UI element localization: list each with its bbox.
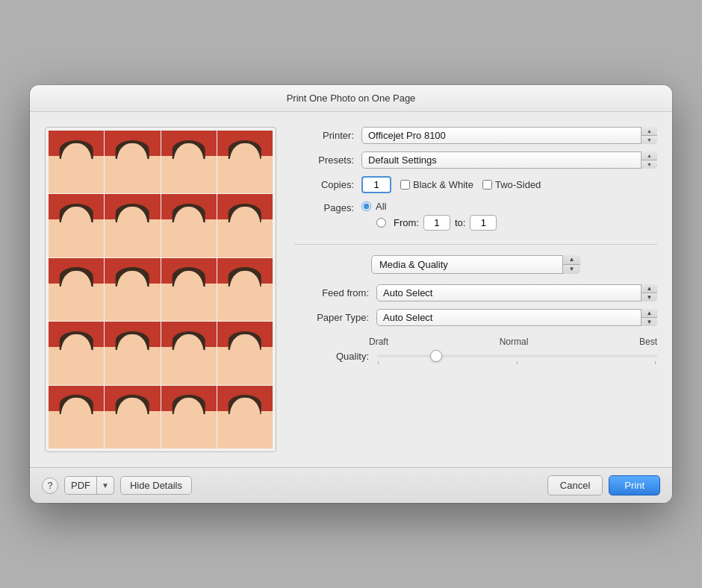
quality-draft-label: Draft <box>369 337 388 347</box>
copies-row: Copies: Black & White Two-Sided <box>294 176 657 193</box>
photo-cell <box>161 258 217 321</box>
pdf-label: PDF <box>65 477 97 494</box>
all-label: All <box>376 201 386 212</box>
print-button[interactable]: Print <box>609 475 660 495</box>
presets-label: Presets: <box>294 154 354 166</box>
photo-cell <box>49 194 104 257</box>
quality-tick <box>517 361 518 364</box>
pages-section: All From: to: <box>361 201 497 231</box>
two-sided-checkbox-label[interactable]: Two-Sided <box>482 179 541 190</box>
quality-labels: Draft Normal Best <box>294 337 657 348</box>
print-dialog: Print One Photo on One Page <box>30 85 672 503</box>
divider <box>294 244 657 245</box>
quality-label: Quality: <box>294 351 369 362</box>
photo-cell <box>217 322 273 384</box>
to-page-input[interactable] <box>470 215 497 231</box>
to-label: to: <box>455 217 465 228</box>
printer-row: Printer: Officejet Pro 8100 Add Printer.… <box>294 127 657 144</box>
photo-cell <box>217 258 273 321</box>
black-white-checkbox-label[interactable]: Black & White <box>400 179 473 190</box>
dialog-content: Printer: Officejet Pro 8100 Add Printer.… <box>30 112 672 467</box>
from-label: From: <box>394 217 419 228</box>
photo-cell <box>161 386 217 448</box>
presets-select-wrapper: Default Settings Last Used Settings Save… <box>361 151 657 169</box>
photo-cell <box>105 322 160 384</box>
copies-input[interactable] <box>361 176 391 193</box>
quality-section: Draft Normal Best Quality: <box>294 337 657 364</box>
photo-cell <box>105 386 160 448</box>
pdf-button-group: PDF ▼ <box>64 476 114 495</box>
paper-type-select[interactable]: Auto Select Plain Paper HP Photo Paper H… <box>376 309 657 326</box>
photo-cell <box>105 131 160 193</box>
quality-normal-label: Normal <box>500 337 529 347</box>
section-select-wrapper: Media & Quality Layout Color Matching Pa… <box>371 255 580 274</box>
from-to-row: From: to: <box>361 215 497 231</box>
feed-from-select[interactable]: Auto Select Tray 1 Tray 2 <box>376 284 657 301</box>
printer-select-wrapper: Officejet Pro 8100 Add Printer... ▲ ▼ <box>361 127 657 144</box>
pages-row: Pages: All From: to: <box>294 201 657 231</box>
feed-select-wrapper: Auto Select Tray 1 Tray 2 ▲ ▼ <box>376 284 657 301</box>
photo-cell <box>49 322 104 384</box>
pdf-dropdown-arrow[interactable]: ▼ <box>97 478 114 492</box>
print-settings-panel: Printer: Officejet Pro 8100 Add Printer.… <box>294 127 657 452</box>
two-sided-checkbox[interactable] <box>482 180 492 190</box>
photo-cell <box>161 194 217 257</box>
photo-cell <box>105 194 160 257</box>
photo-cell <box>161 131 217 193</box>
help-button[interactable]: ? <box>42 478 58 494</box>
pages-from-radio[interactable] <box>376 218 386 228</box>
quality-slider[interactable] <box>376 354 657 357</box>
quality-slider-wrapper <box>376 348 657 364</box>
copies-controls: Black & White Two-Sided <box>361 176 657 193</box>
pages-label: Pages: <box>294 202 354 213</box>
dialog-title: Print One Photo on One Page <box>287 93 416 104</box>
paper-type-label: Paper Type: <box>294 312 369 323</box>
section-select[interactable]: Media & Quality Layout Color Matching Pa… <box>371 255 580 274</box>
two-sided-label: Two-Sided <box>495 179 541 190</box>
presets-row: Presets: Default Settings Last Used Sett… <box>294 151 657 169</box>
photo-cell <box>217 386 273 448</box>
photo-preview-grid <box>45 127 276 452</box>
hide-details-button[interactable]: Hide Details <box>120 476 192 495</box>
photo-cell <box>217 131 273 193</box>
section-select-row: Media & Quality Layout Color Matching Pa… <box>294 255 657 274</box>
pages-all-label[interactable]: All <box>361 201 497 212</box>
quality-tick <box>655 361 656 364</box>
photo-cell <box>105 258 160 321</box>
paper-type-row: Paper Type: Auto Select Plain Paper HP P… <box>294 309 657 326</box>
dialog-titlebar: Print One Photo on One Page <box>30 85 672 112</box>
black-white-checkbox[interactable] <box>400 180 410 190</box>
photo-cell <box>217 194 273 257</box>
quality-best-label: Best <box>639 337 657 347</box>
cancel-button[interactable]: Cancel <box>547 475 603 495</box>
quality-row: Quality: <box>294 348 657 364</box>
photo-cell <box>49 258 104 321</box>
printer-label: Printer: <box>294 130 354 141</box>
printer-select[interactable]: Officejet Pro 8100 Add Printer... <box>361 127 657 144</box>
feed-from-row: Feed from: Auto Select Tray 1 Tray 2 ▲ ▼ <box>294 284 657 301</box>
photo-cell <box>49 386 104 448</box>
quality-tick <box>378 361 379 364</box>
pages-all-radio[interactable] <box>361 201 371 211</box>
dialog-bottom-bar: ? PDF ▼ Hide Details Cancel Print <box>30 467 672 503</box>
photo-cell <box>49 131 104 193</box>
black-white-label: Black & White <box>413 179 473 190</box>
photo-cell <box>161 322 217 384</box>
copies-label: Copies: <box>294 179 354 190</box>
feed-from-label: Feed from: <box>294 287 369 298</box>
from-page-input[interactable] <box>423 215 450 231</box>
presets-select[interactable]: Default Settings Last Used Settings Save… <box>361 151 657 169</box>
paper-type-select-wrapper: Auto Select Plain Paper HP Photo Paper H… <box>376 309 657 326</box>
